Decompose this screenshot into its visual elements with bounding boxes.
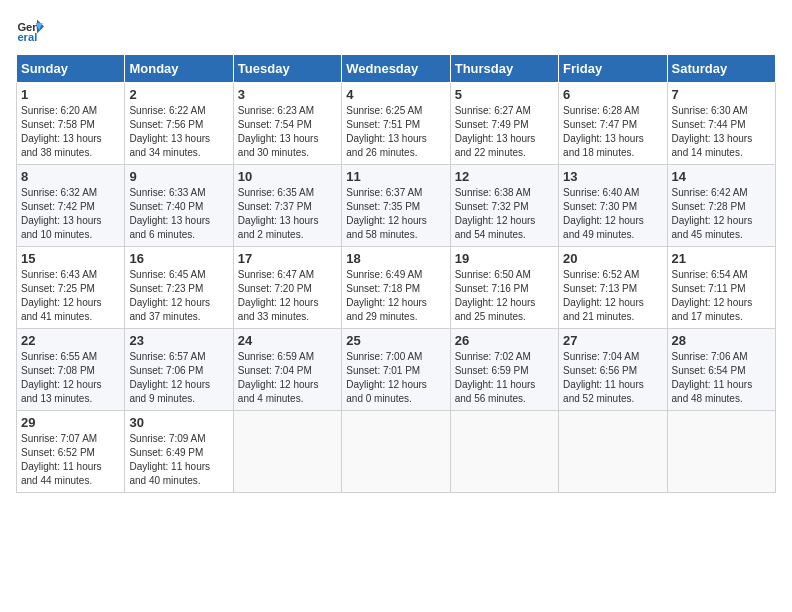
day-info: Sunrise: 6:55 AM Sunset: 7:08 PM Dayligh…: [21, 350, 120, 406]
calendar-week-2: 8 Sunrise: 6:32 AM Sunset: 7:42 PM Dayli…: [17, 165, 776, 247]
day-number: 16: [129, 251, 228, 266]
column-header-tuesday: Tuesday: [233, 55, 341, 83]
calendar-cell: 30 Sunrise: 7:09 AM Sunset: 6:49 PM Dayl…: [125, 411, 233, 493]
calendar-cell: 19 Sunrise: 6:50 AM Sunset: 7:16 PM Dayl…: [450, 247, 558, 329]
day-info: Sunrise: 6:47 AM Sunset: 7:20 PM Dayligh…: [238, 268, 337, 324]
column-header-thursday: Thursday: [450, 55, 558, 83]
day-info: Sunrise: 6:59 AM Sunset: 7:04 PM Dayligh…: [238, 350, 337, 406]
day-number: 22: [21, 333, 120, 348]
day-info: Sunrise: 6:28 AM Sunset: 7:47 PM Dayligh…: [563, 104, 662, 160]
calendar-week-4: 22 Sunrise: 6:55 AM Sunset: 7:08 PM Dayl…: [17, 329, 776, 411]
column-header-saturday: Saturday: [667, 55, 775, 83]
day-info: Sunrise: 6:25 AM Sunset: 7:51 PM Dayligh…: [346, 104, 445, 160]
logo-icon: Gen eral: [16, 16, 44, 44]
calendar-week-5: 29 Sunrise: 7:07 AM Sunset: 6:52 PM Dayl…: [17, 411, 776, 493]
day-info: Sunrise: 6:32 AM Sunset: 7:42 PM Dayligh…: [21, 186, 120, 242]
day-number: 28: [672, 333, 771, 348]
calendar-cell: 26 Sunrise: 7:02 AM Sunset: 6:59 PM Dayl…: [450, 329, 558, 411]
day-number: 1: [21, 87, 120, 102]
day-info: Sunrise: 6:35 AM Sunset: 7:37 PM Dayligh…: [238, 186, 337, 242]
calendar-cell: 29 Sunrise: 7:07 AM Sunset: 6:52 PM Dayl…: [17, 411, 125, 493]
calendar-cell: 24 Sunrise: 6:59 AM Sunset: 7:04 PM Dayl…: [233, 329, 341, 411]
calendar-cell: 16 Sunrise: 6:45 AM Sunset: 7:23 PM Dayl…: [125, 247, 233, 329]
day-number: 19: [455, 251, 554, 266]
day-info: Sunrise: 7:06 AM Sunset: 6:54 PM Dayligh…: [672, 350, 771, 406]
calendar-cell: 10 Sunrise: 6:35 AM Sunset: 7:37 PM Dayl…: [233, 165, 341, 247]
day-number: 23: [129, 333, 228, 348]
calendar-cell: 8 Sunrise: 6:32 AM Sunset: 7:42 PM Dayli…: [17, 165, 125, 247]
calendar-table: SundayMondayTuesdayWednesdayThursdayFrid…: [16, 54, 776, 493]
day-number: 7: [672, 87, 771, 102]
page-header: Gen eral: [16, 16, 776, 44]
day-number: 6: [563, 87, 662, 102]
calendar-header-row: SundayMondayTuesdayWednesdayThursdayFrid…: [17, 55, 776, 83]
calendar-cell: 7 Sunrise: 6:30 AM Sunset: 7:44 PM Dayli…: [667, 83, 775, 165]
calendar-week-3: 15 Sunrise: 6:43 AM Sunset: 7:25 PM Dayl…: [17, 247, 776, 329]
day-number: 17: [238, 251, 337, 266]
day-info: Sunrise: 6:52 AM Sunset: 7:13 PM Dayligh…: [563, 268, 662, 324]
day-number: 11: [346, 169, 445, 184]
calendar-cell: 21 Sunrise: 6:54 AM Sunset: 7:11 PM Dayl…: [667, 247, 775, 329]
calendar-cell: 1 Sunrise: 6:20 AM Sunset: 7:58 PM Dayli…: [17, 83, 125, 165]
day-info: Sunrise: 7:07 AM Sunset: 6:52 PM Dayligh…: [21, 432, 120, 488]
day-number: 20: [563, 251, 662, 266]
day-number: 3: [238, 87, 337, 102]
day-info: Sunrise: 6:33 AM Sunset: 7:40 PM Dayligh…: [129, 186, 228, 242]
calendar-cell: 13 Sunrise: 6:40 AM Sunset: 7:30 PM Dayl…: [559, 165, 667, 247]
day-number: 24: [238, 333, 337, 348]
day-number: 30: [129, 415, 228, 430]
day-info: Sunrise: 7:00 AM Sunset: 7:01 PM Dayligh…: [346, 350, 445, 406]
calendar-cell: 2 Sunrise: 6:22 AM Sunset: 7:56 PM Dayli…: [125, 83, 233, 165]
logo: Gen eral: [16, 16, 48, 44]
day-info: Sunrise: 6:45 AM Sunset: 7:23 PM Dayligh…: [129, 268, 228, 324]
calendar-cell: [233, 411, 341, 493]
calendar-cell: [667, 411, 775, 493]
calendar-cell: 25 Sunrise: 7:00 AM Sunset: 7:01 PM Dayl…: [342, 329, 450, 411]
calendar-cell: 17 Sunrise: 6:47 AM Sunset: 7:20 PM Dayl…: [233, 247, 341, 329]
day-number: 21: [672, 251, 771, 266]
column-header-sunday: Sunday: [17, 55, 125, 83]
calendar-cell: [450, 411, 558, 493]
day-info: Sunrise: 6:40 AM Sunset: 7:30 PM Dayligh…: [563, 186, 662, 242]
day-info: Sunrise: 7:02 AM Sunset: 6:59 PM Dayligh…: [455, 350, 554, 406]
day-number: 13: [563, 169, 662, 184]
calendar-cell: 27 Sunrise: 7:04 AM Sunset: 6:56 PM Dayl…: [559, 329, 667, 411]
calendar-cell: 28 Sunrise: 7:06 AM Sunset: 6:54 PM Dayl…: [667, 329, 775, 411]
day-info: Sunrise: 7:04 AM Sunset: 6:56 PM Dayligh…: [563, 350, 662, 406]
day-number: 15: [21, 251, 120, 266]
calendar-cell: 20 Sunrise: 6:52 AM Sunset: 7:13 PM Dayl…: [559, 247, 667, 329]
day-info: Sunrise: 6:43 AM Sunset: 7:25 PM Dayligh…: [21, 268, 120, 324]
day-number: 8: [21, 169, 120, 184]
day-number: 18: [346, 251, 445, 266]
calendar-cell: 5 Sunrise: 6:27 AM Sunset: 7:49 PM Dayli…: [450, 83, 558, 165]
day-info: Sunrise: 7:09 AM Sunset: 6:49 PM Dayligh…: [129, 432, 228, 488]
day-info: Sunrise: 6:49 AM Sunset: 7:18 PM Dayligh…: [346, 268, 445, 324]
column-header-monday: Monday: [125, 55, 233, 83]
day-info: Sunrise: 6:22 AM Sunset: 7:56 PM Dayligh…: [129, 104, 228, 160]
day-info: Sunrise: 6:20 AM Sunset: 7:58 PM Dayligh…: [21, 104, 120, 160]
calendar-cell: 3 Sunrise: 6:23 AM Sunset: 7:54 PM Dayli…: [233, 83, 341, 165]
day-info: Sunrise: 6:42 AM Sunset: 7:28 PM Dayligh…: [672, 186, 771, 242]
day-number: 2: [129, 87, 228, 102]
calendar-cell: [559, 411, 667, 493]
day-info: Sunrise: 6:38 AM Sunset: 7:32 PM Dayligh…: [455, 186, 554, 242]
svg-text:eral: eral: [17, 31, 37, 43]
calendar-cell: 23 Sunrise: 6:57 AM Sunset: 7:06 PM Dayl…: [125, 329, 233, 411]
day-number: 25: [346, 333, 445, 348]
calendar-cell: [342, 411, 450, 493]
column-header-wednesday: Wednesday: [342, 55, 450, 83]
day-info: Sunrise: 6:50 AM Sunset: 7:16 PM Dayligh…: [455, 268, 554, 324]
calendar-cell: 9 Sunrise: 6:33 AM Sunset: 7:40 PM Dayli…: [125, 165, 233, 247]
day-number: 27: [563, 333, 662, 348]
day-info: Sunrise: 6:54 AM Sunset: 7:11 PM Dayligh…: [672, 268, 771, 324]
day-number: 14: [672, 169, 771, 184]
day-number: 4: [346, 87, 445, 102]
day-info: Sunrise: 6:27 AM Sunset: 7:49 PM Dayligh…: [455, 104, 554, 160]
calendar-cell: 12 Sunrise: 6:38 AM Sunset: 7:32 PM Dayl…: [450, 165, 558, 247]
calendar-week-1: 1 Sunrise: 6:20 AM Sunset: 7:58 PM Dayli…: [17, 83, 776, 165]
day-number: 10: [238, 169, 337, 184]
day-info: Sunrise: 6:57 AM Sunset: 7:06 PM Dayligh…: [129, 350, 228, 406]
calendar-cell: 11 Sunrise: 6:37 AM Sunset: 7:35 PM Dayl…: [342, 165, 450, 247]
day-number: 5: [455, 87, 554, 102]
calendar-cell: 4 Sunrise: 6:25 AM Sunset: 7:51 PM Dayli…: [342, 83, 450, 165]
